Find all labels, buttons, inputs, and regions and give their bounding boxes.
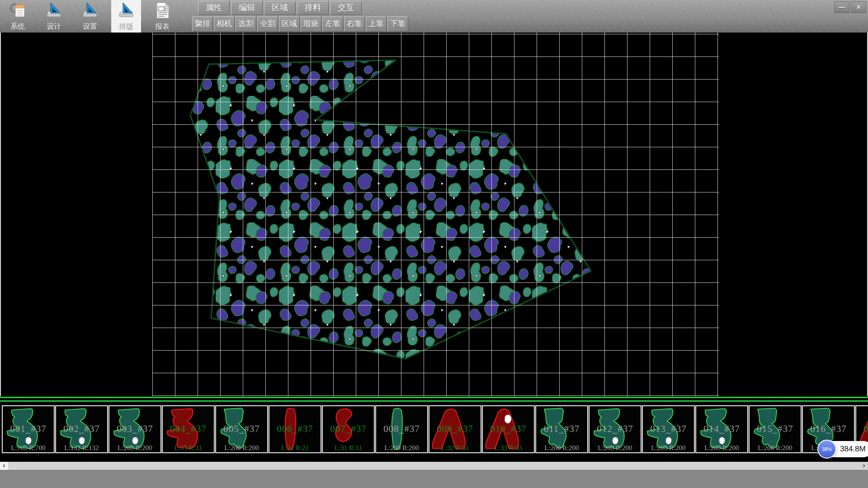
piece-lr-count: L:31 R:31	[163, 444, 214, 452]
mode-buttons: 系统 设计 设置 排版 报表	[3, 0, 177, 33]
menu-tab-label: 编辑	[239, 3, 255, 12]
tool-button[interactable]: 下靠	[387, 16, 408, 32]
piece-id-label: 010_#37	[483, 423, 534, 435]
status-bar	[0, 470, 868, 488]
piece-lr-count: L:200 R:200	[750, 444, 801, 452]
piece-lr-count: L:21 R:21	[269, 444, 321, 452]
mode-button[interactable]: 排版	[111, 0, 141, 33]
nested-hide-drawing	[152, 33, 719, 396]
piece-thumbnail[interactable]: 001_#37 L:700 R:700	[2, 405, 55, 453]
scroll-right-arrow-icon[interactable]: ›	[860, 462, 868, 470]
tool-button[interactable]: 全割	[257, 16, 278, 32]
mode-button[interactable]: 设置	[75, 0, 105, 33]
piece-id-label: 012_#37	[590, 423, 641, 435]
piece-id-label: 003_#37	[109, 423, 160, 435]
piece-id-label: 006_#37	[269, 423, 321, 435]
minimize-icon[interactable]: —	[834, 1, 849, 13]
piece-id-label: 007_#37	[323, 423, 374, 435]
tool-button-label: 相机	[217, 19, 232, 28]
menu-tab-label: 排料	[305, 3, 321, 12]
piece-lr-count: L:32 R:31	[429, 444, 481, 452]
strip-divider-line	[0, 397, 868, 398]
mode-button-label: 报表	[155, 22, 170, 32]
mode-button[interactable]: 设计	[39, 0, 69, 33]
nesting-canvas[interactable]	[152, 33, 719, 396]
piece-thumbnail[interactable]: 013_#37 L:200 R:200	[642, 405, 695, 453]
strip-divider-line	[0, 400, 868, 402]
piece-thumbnail[interactable]: 003_#37 L:200 R:200	[108, 405, 161, 453]
piece-id-label: 017_#37	[856, 423, 868, 435]
pieces-strip: 001_#37 L:700 R:700 002_#37 L:132 R:132 …	[0, 396, 868, 462]
menu-tab-label: 区域	[272, 3, 288, 12]
piece-thumbnail[interactable]: 015_#37 L:200 R:200	[749, 405, 802, 453]
menu-tab[interactable]: 编辑	[231, 1, 263, 15]
piece-thumbnail[interactable]: 007_#37 L:31 R:31	[322, 405, 375, 453]
menu-tab[interactable]: 属性	[198, 1, 230, 15]
mode-button-label: 系统	[10, 22, 25, 32]
piece-thumbnail-list: 001_#37 L:700 R:700 002_#37 L:132 R:132 …	[2, 405, 868, 453]
main-toolbar: 系统 设计 设置 排版 报表 属性 编辑	[0, 0, 868, 33]
tool-button[interactable]: 瑕疵	[301, 16, 321, 32]
piece-thumbnail[interactable]: 014_#37 L:200 R:200	[695, 405, 748, 453]
piece-lr-count: L:132 R:132	[56, 444, 107, 452]
piece-thumbnail[interactable]: 008_#37 L:200 R:200	[375, 405, 428, 453]
nesting-icon	[117, 1, 135, 19]
settings-icon	[81, 1, 99, 19]
tool-button[interactable]: 相机	[214, 16, 235, 32]
design-icon	[45, 1, 63, 19]
tool-button-row: 聚排 相机 选割 全割 区域 瑕疵 左靠 右靠 上靠 下靠	[192, 16, 408, 32]
window-controls: — ✕	[834, 1, 866, 13]
piece-id-label: 004_#37	[163, 423, 214, 435]
mode-button[interactable]: 系统	[3, 0, 33, 33]
piece-lr-count: L:200 R:200	[109, 444, 160, 452]
piece-id-label: 005_#37	[216, 423, 267, 435]
tool-button[interactable]: 聚排	[192, 16, 213, 32]
piece-thumbnail[interactable]: 005_#37 L:200 R:200	[215, 405, 268, 453]
piece-lr-count: L:200 R:200	[376, 444, 427, 452]
tool-button-label: 全割	[260, 19, 275, 28]
tool-button-label: 下靠	[390, 19, 406, 28]
piece-id-label: 016_#37	[803, 423, 854, 435]
horizontal-scrollbar[interactable]: ‹ ›	[0, 462, 868, 470]
piece-thumbnail[interactable]: 010_#37 L:33 R:33	[482, 405, 535, 453]
menu-tab[interactable]: 排料	[297, 1, 329, 15]
piece-id-label: 008_#37	[376, 423, 427, 435]
tool-button[interactable]: 上靠	[366, 16, 387, 32]
scroll-left-arrow-icon[interactable]: ‹	[0, 462, 8, 470]
tool-button[interactable]: 左靠	[322, 16, 343, 32]
menu-tab-label: 交互	[338, 3, 354, 12]
piece-lr-count: L:31 R:31	[323, 444, 374, 452]
piece-thumbnail[interactable]: 006_#37 L:21 R:21	[269, 405, 321, 453]
menu-tab-label: 属性	[206, 3, 222, 12]
piece-id-label: 014_#37	[696, 423, 747, 435]
tool-button[interactable]: 右靠	[344, 16, 365, 32]
piece-thumbnail[interactable]: 009_#37 L:32 R:31	[429, 405, 481, 453]
tool-button[interactable]: 区域	[279, 16, 300, 32]
canvas-area	[0, 33, 868, 396]
piece-id-label: 013_#37	[643, 423, 694, 435]
leather-hide-shape[interactable]	[190, 60, 591, 359]
piece-id-label: 009_#37	[429, 423, 481, 435]
mode-button[interactable]: 报表	[147, 0, 177, 33]
tool-button[interactable]: 选割	[236, 16, 256, 32]
piece-thumbnail[interactable]: 011_#37 L:200 R:200	[535, 405, 588, 453]
piece-lr-count: L:700 R:700	[3, 444, 54, 452]
tool-button-label: 选割	[238, 19, 254, 28]
piece-lr-count: L:200 R:200	[536, 444, 587, 452]
menu-tab[interactable]: 区域	[264, 1, 296, 15]
piece-thumbnail[interactable]: 004_#37 L:31 R:31	[162, 405, 215, 453]
piece-thumbnail[interactable]: 002_#37 L:132 R:132	[55, 405, 108, 453]
tool-button-label: 左靠	[325, 19, 340, 28]
piece-id-label: 002_#37	[56, 423, 107, 435]
tool-button-label: 瑕疵	[303, 19, 319, 28]
system-icon	[9, 1, 27, 19]
menu-tab-row: 属性 编辑 区域 排料 交互	[198, 1, 362, 15]
memory-percent-indicator: 38%	[817, 440, 836, 459]
piece-lr-count: L:200 R:200	[643, 444, 694, 452]
close-icon[interactable]: ✕	[851, 1, 866, 13]
piece-lr-count: L:200 R:200	[216, 444, 267, 452]
nesting-app-window: 系统 设计 设置 排版 报表 属性 编辑	[0, 0, 868, 488]
tool-button-label: 区域	[282, 19, 297, 28]
piece-thumbnail[interactable]: 012_#37 L:200 R:200	[589, 405, 642, 453]
menu-tab[interactable]: 交互	[330, 1, 362, 15]
